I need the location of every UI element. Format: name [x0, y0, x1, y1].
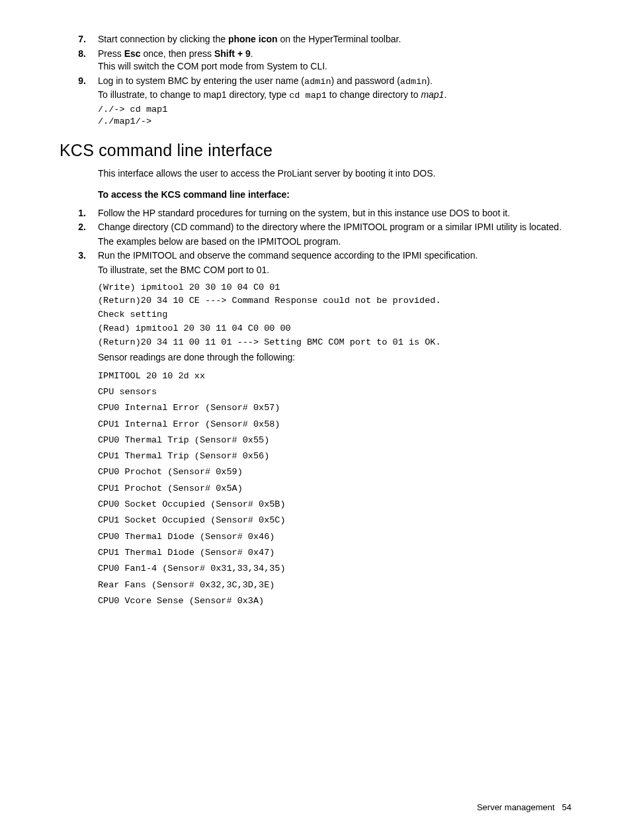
intro-paragraph: This interface allows the user to access…: [98, 167, 571, 181]
text: Run the IPMITOOL and observe the command…: [98, 249, 571, 263]
bold-text: Shift + 9: [214, 48, 251, 59]
step-number: 3.: [60, 249, 98, 276]
sensor-line: CPU sensors: [98, 384, 571, 400]
sensor-line: Rear Fans (Sensor# 0x32,3C,3D,3E): [98, 577, 571, 593]
sensor-line: CPU1 Socket Occupied (Sensor# 0x5C): [98, 513, 571, 528]
sensor-line: CPU0 Thermal Trip (Sensor# 0x55): [98, 433, 571, 448]
sensor-list: IPMITOOL 20 10 2d xx CPU sensors CPU0 In…: [98, 368, 571, 609]
sensor-line: CPU1 Thermal Diode (Sensor# 0x47): [98, 545, 571, 561]
code-line: (Return)20 34 11 00 11 01 ---> Setting B…: [98, 336, 571, 350]
text: ).: [427, 75, 433, 86]
sensor-line: CPU1 Thermal Trip (Sensor# 0x56): [98, 448, 571, 464]
section-heading: KCS command line interface: [60, 139, 571, 162]
bold-text: Esc: [124, 48, 141, 59]
sensor-line: CPU0 Internal Error (Sensor# 0x57): [98, 400, 571, 416]
kcs-step-3: 3. Run the IPMITOOL and observe the comm…: [60, 249, 571, 276]
code-block: (Write) ipmitool 20 30 10 04 C0 01 (Retu…: [98, 281, 571, 351]
mono-text: admin: [304, 77, 331, 87]
step-number: 8.: [60, 48, 98, 73]
step-detail: To illustrate, to change to map1 directo…: [98, 89, 571, 103]
text: Start connection by clicking the: [98, 34, 228, 44]
kcs-step-2: 2. Change directory (CD command) to the …: [60, 221, 571, 248]
code-line: (Write) ipmitool 20 30 10 04 C0 01: [98, 281, 571, 295]
step-text: Change directory (CD command) to the dir…: [98, 221, 571, 248]
sensor-line: CPU0 Prochot (Sensor# 0x59): [98, 464, 571, 480]
step-number: 9.: [60, 75, 98, 129]
step-detail: The examples below are based on the IPMI…: [98, 235, 571, 249]
sensor-line: CPU0 Socket Occupied (Sensor# 0x5B): [98, 497, 571, 513]
text: Log in to system BMC by entering the use…: [98, 75, 304, 86]
code-line: /./-> cd map1: [98, 104, 571, 116]
mono-text: admin: [400, 77, 427, 87]
code-line: Check setting: [98, 308, 571, 322]
step-text: Press Esc once, then press Shift + 9. Th…: [98, 48, 571, 73]
step-number: 2.: [60, 221, 98, 248]
code-line: (Return)20 34 10 CE ---> Command Respons…: [98, 294, 571, 308]
step-number: 7.: [60, 33, 98, 46]
sensor-line: CPU1 Internal Error (Sensor# 0x58): [98, 417, 571, 433]
bold-text: phone icon: [228, 34, 278, 44]
sensor-line: IPMITOOL 20 10 2d xx: [98, 368, 571, 384]
text: ) and password (: [331, 75, 400, 86]
text: .: [444, 89, 446, 100]
subheading: To access the KCS command line interface…: [98, 189, 571, 202]
mono-text: cd map1: [289, 91, 327, 101]
text: once, then press: [141, 48, 214, 59]
step-number: 1.: [60, 207, 98, 220]
italic-text: map1: [421, 89, 444, 100]
sensor-intro: Sensor readings are done through the fol…: [98, 351, 571, 364]
text: Change directory (CD command) to the dir…: [98, 221, 571, 234]
sensor-line: CPU0 Fan1-4 (Sensor# 0x31,33,34,35): [98, 561, 571, 577]
step-9: 9. Log in to system BMC by entering the …: [60, 75, 571, 129]
step-8: 8. Press Esc once, then press Shift + 9.…: [60, 48, 571, 73]
text: Press: [98, 48, 124, 59]
step-detail: To illustrate, set the BMC COM port to 0…: [98, 264, 571, 277]
text: .: [251, 48, 253, 59]
text: to change directory to: [327, 89, 421, 100]
sensor-line: CPU0 Thermal Diode (Sensor# 0x46): [98, 529, 571, 545]
code-line: (Read) ipmitool 20 30 11 04 C0 00 00: [98, 322, 571, 336]
step-text: Run the IPMITOOL and observe the command…: [98, 249, 571, 276]
sensor-line: CPU0 Vcore Sense (Sensor# 0x3A): [98, 593, 571, 609]
step-text: Start connection by clicking the phone i…: [98, 33, 571, 46]
text: on the HyperTerminal toolbar.: [278, 34, 401, 44]
step-detail: This will switch the COM port mode from …: [98, 60, 571, 73]
text: To illustrate, to change to map1 directo…: [98, 89, 289, 100]
step-text: Log in to system BMC by entering the use…: [98, 75, 571, 129]
kcs-step-1: 1. Follow the HP standard procedures for…: [60, 207, 571, 220]
step-text: Follow the HP standard procedures for tu…: [98, 207, 571, 220]
code-line: /./map1/->: [98, 116, 571, 128]
step-7: 7. Start connection by clicking the phon…: [60, 33, 571, 46]
sensor-line: CPU1 Prochot (Sensor# 0x5A): [98, 481, 571, 497]
